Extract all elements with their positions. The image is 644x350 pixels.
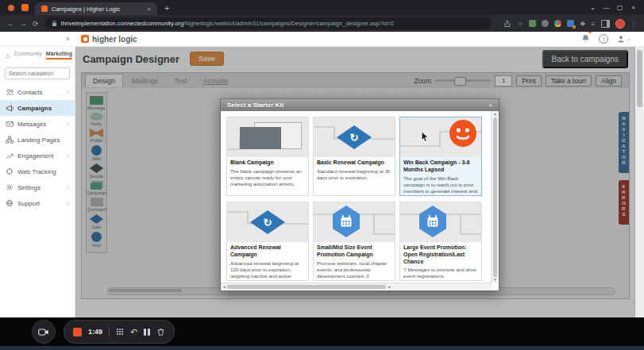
extension-icon-3[interactable]: [554, 20, 561, 27]
tab-title: Campaigns | Higher Logic: [52, 6, 143, 13]
sidebar-search: [5, 64, 70, 79]
account-menu[interactable]: ⌄: [617, 35, 631, 43]
pause-recording-icon[interactable]: [144, 329, 150, 336]
starter-kit-card-win-back[interactable]: Win Back Campaign - 3-6 Months Lapsed Th…: [399, 117, 482, 196]
scroll-up-icon[interactable]: ▲: [493, 112, 496, 117]
help-icon[interactable]: ?: [599, 34, 608, 44]
starter-kit-card-small-event[interactable]: Small/Mid Size Event Promotion Campaign …: [313, 202, 395, 281]
modal-header[interactable]: Select a Starter Kit ×: [221, 99, 499, 111]
window-maximize-button[interactable]: ▢: [613, 4, 627, 11]
starter-kit-card-advanced-renewal[interactable]: ↻ Advanced Renewal Campaign Advanced ren…: [226, 202, 309, 281]
home-icon[interactable]: ⌂: [6, 52, 10, 60]
camera-icon: [38, 328, 49, 337]
extension-icon-4[interactable]: [567, 20, 574, 27]
settings-gear-icon: [6, 183, 13, 191]
person-icon: [617, 35, 625, 43]
share-icon[interactable]: [503, 20, 511, 28]
sidebar-item-web-tracking[interactable]: Web Tracking: [0, 163, 75, 179]
forward-icon[interactable]: →: [20, 20, 27, 28]
sidebar-item-support[interactable]: Support ‹: [0, 195, 75, 211]
scrollbar-thumb[interactable]: [637, 50, 642, 107]
modal-close-icon[interactable]: ×: [488, 102, 492, 109]
sidebar-item-label: Web Tracking: [17, 168, 65, 175]
delete-recording-icon[interactable]: [156, 328, 165, 337]
account-caret-icon: ⌄: [627, 36, 631, 42]
search-input[interactable]: [5, 67, 70, 79]
landing-pages-icon: [6, 136, 13, 144]
screen: Campaigns | Higher Logic × + ⌄ — ▢ × ← →…: [0, 0, 644, 350]
url-field[interactable]: thriveimplementation.connectedcommunity.…: [44, 17, 492, 29]
tab-marketing[interactable]: Marketing: [46, 51, 72, 60]
tab-close-icon[interactable]: ×: [147, 6, 151, 13]
starter-kit-card-basic-renewal[interactable]: ↻ Basic Renewal Campaign Standard renewa…: [313, 117, 395, 196]
starter-kit-card-blank[interactable]: Blank Campaign The blank campaign presen…: [226, 117, 309, 196]
stop-recording-button[interactable]: [73, 328, 82, 337]
page-scrollbar[interactable]: [634, 47, 644, 317]
url-domain: thriveimplementation.connectedcommunity.…: [61, 20, 184, 27]
extensions-puzzle-icon[interactable]: ❖: [580, 20, 586, 28]
address-bar-icons: ☆ ❖ ≡ ⋮: [503, 19, 637, 29]
divider: [109, 326, 110, 337]
mic-visualizer-icon[interactable]: [116, 328, 124, 336]
bookmark-star-icon[interactable]: ☆: [517, 20, 523, 28]
reload-icon[interactable]: ⟳: [33, 20, 39, 28]
side-panel-icon[interactable]: [601, 20, 610, 28]
bell-icon: [581, 34, 590, 43]
header-actions: ? ⌄: [581, 32, 644, 46]
window-controls: ⌄ — ▢ ×: [586, 4, 640, 11]
winback-smiley-icon: [449, 120, 476, 147]
sidebar-item-engagement[interactable]: Engagement ‹: [0, 148, 75, 163]
recording-indicator-icon: [8, 5, 14, 11]
card-title: Win Back Campaign - 3-6 Months Lapsed: [400, 157, 481, 174]
card-description: The goal of the Win Back campaign is to …: [400, 174, 481, 197]
scrollbar-thumb[interactable]: [227, 285, 386, 289]
browser-menu-icon[interactable]: ⋮: [631, 20, 638, 28]
notifications-bell-icon[interactable]: [581, 32, 590, 46]
modal-vertical-scrollbar[interactable]: ▲ ▼: [491, 111, 499, 283]
restart-recording-icon[interactable]: ↶: [130, 328, 137, 337]
url-text: thriveimplementation.connectedcommunity.…: [61, 20, 395, 27]
card-title: Advanced Renewal Campaign: [227, 242, 308, 259]
scrollbar-thumb[interactable]: [493, 117, 497, 276]
starter-kit-card-large-event[interactable]: Large Event Promotion: Open Registration…: [399, 202, 482, 281]
refresh-glyph: ↻: [350, 132, 359, 144]
scroll-left-icon[interactable]: ◄: [222, 285, 226, 289]
sidebar-item-campaigns[interactable]: Campaigns: [0, 100, 75, 116]
url-path: /higherlogic/web/o/i/admin31/campaigns/D…: [183, 20, 394, 27]
camera-button[interactable]: [32, 320, 56, 344]
window-minimize-button[interactable]: —: [600, 4, 613, 11]
card-title: Small/Mid Size Event Promotion Campaign: [314, 242, 395, 259]
card-preview: [400, 202, 481, 242]
brand-logo[interactable]: higher logic: [75, 35, 137, 44]
sidebar-item-settings[interactable]: Settings ‹: [0, 179, 75, 195]
tab-community[interactable]: Community: [13, 51, 41, 60]
card-description: 7 Messages to promote and drive event re…: [400, 265, 481, 281]
brand-name: higher logic: [92, 35, 137, 44]
modal-horizontal-scrollbar[interactable]: ◄ ►: [221, 283, 492, 290]
back-icon[interactable]: ←: [7, 20, 14, 28]
scroll-right-icon[interactable]: ►: [388, 285, 391, 289]
card-title: Basic Renewal Campaign: [314, 157, 395, 167]
window-close-button[interactable]: ×: [627, 4, 640, 11]
sidebar-item-landing-pages[interactable]: Landing Pages: [0, 132, 75, 148]
browser-tab[interactable]: Campaigns | Higher Logic ×: [35, 2, 157, 15]
new-tab-button[interactable]: +: [164, 3, 169, 13]
card-preview: ↻: [314, 117, 395, 157]
sidebar-item-messages[interactable]: Messages ‹: [0, 116, 75, 132]
reading-list-icon[interactable]: ≡: [592, 20, 596, 28]
extension-icon-2[interactable]: [542, 20, 549, 27]
tab-favicon: [41, 6, 48, 12]
tab-search-icon[interactable]: ⌄: [586, 4, 600, 11]
calendar-glyph: [340, 215, 353, 228]
sidebar-item-contacts[interactable]: Contacts ‹: [0, 84, 75, 100]
recording-timer: 1:49: [88, 328, 102, 336]
profile-avatar[interactable]: [615, 19, 625, 29]
sidebar-item-label: Settings: [17, 184, 63, 191]
extension-icon-1[interactable]: [529, 20, 536, 27]
pinned-tab-favicon[interactable]: [21, 4, 29, 11]
close-sidebar-icon[interactable]: ×: [0, 35, 75, 43]
card-preview: [227, 117, 308, 157]
scroll-down-icon[interactable]: ▼: [493, 278, 496, 283]
recording-toolbar: 1:49 ↶: [0, 317, 644, 346]
browser-tab-bar: Campaigns | Higher Logic × + ⌄ — ▢ ×: [0, 0, 644, 15]
